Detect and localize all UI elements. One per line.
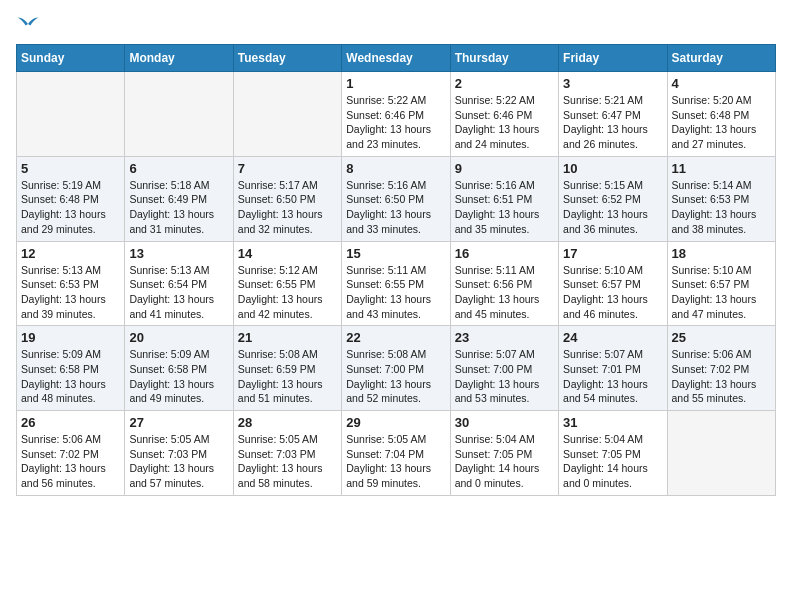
day-number: 4 — [672, 76, 771, 91]
day-number: 23 — [455, 330, 554, 345]
col-header-thursday: Thursday — [450, 45, 558, 72]
cell-info: Sunrise: 5:19 AM Sunset: 6:48 PM Dayligh… — [21, 178, 120, 237]
calendar-cell: 29Sunrise: 5:05 AM Sunset: 7:04 PM Dayli… — [342, 411, 450, 496]
day-number: 10 — [563, 161, 662, 176]
col-header-friday: Friday — [559, 45, 667, 72]
calendar-cell — [17, 72, 125, 157]
cell-info: Sunrise: 5:20 AM Sunset: 6:48 PM Dayligh… — [672, 93, 771, 152]
day-number: 30 — [455, 415, 554, 430]
day-number: 12 — [21, 246, 120, 261]
calendar-cell: 2Sunrise: 5:22 AM Sunset: 6:46 PM Daylig… — [450, 72, 558, 157]
cell-info: Sunrise: 5:04 AM Sunset: 7:05 PM Dayligh… — [455, 432, 554, 491]
day-number: 5 — [21, 161, 120, 176]
calendar-cell: 9Sunrise: 5:16 AM Sunset: 6:51 PM Daylig… — [450, 156, 558, 241]
calendar-cell: 12Sunrise: 5:13 AM Sunset: 6:53 PM Dayli… — [17, 241, 125, 326]
calendar-cell: 26Sunrise: 5:06 AM Sunset: 7:02 PM Dayli… — [17, 411, 125, 496]
day-number: 7 — [238, 161, 337, 176]
calendar-week-row: 26Sunrise: 5:06 AM Sunset: 7:02 PM Dayli… — [17, 411, 776, 496]
day-number: 8 — [346, 161, 445, 176]
day-number: 18 — [672, 246, 771, 261]
day-number: 2 — [455, 76, 554, 91]
col-header-tuesday: Tuesday — [233, 45, 341, 72]
col-header-wednesday: Wednesday — [342, 45, 450, 72]
calendar-cell: 15Sunrise: 5:11 AM Sunset: 6:55 PM Dayli… — [342, 241, 450, 326]
cell-info: Sunrise: 5:06 AM Sunset: 7:02 PM Dayligh… — [672, 347, 771, 406]
col-header-saturday: Saturday — [667, 45, 775, 72]
calendar-cell: 18Sunrise: 5:10 AM Sunset: 6:57 PM Dayli… — [667, 241, 775, 326]
day-number: 26 — [21, 415, 120, 430]
cell-info: Sunrise: 5:09 AM Sunset: 6:58 PM Dayligh… — [21, 347, 120, 406]
calendar-table: SundayMondayTuesdayWednesdayThursdayFrid… — [16, 44, 776, 496]
cell-info: Sunrise: 5:14 AM Sunset: 6:53 PM Dayligh… — [672, 178, 771, 237]
day-number: 11 — [672, 161, 771, 176]
calendar-cell: 5Sunrise: 5:19 AM Sunset: 6:48 PM Daylig… — [17, 156, 125, 241]
calendar-cell: 20Sunrise: 5:09 AM Sunset: 6:58 PM Dayli… — [125, 326, 233, 411]
calendar-cell: 8Sunrise: 5:16 AM Sunset: 6:50 PM Daylig… — [342, 156, 450, 241]
calendar-cell: 7Sunrise: 5:17 AM Sunset: 6:50 PM Daylig… — [233, 156, 341, 241]
calendar-cell: 31Sunrise: 5:04 AM Sunset: 7:05 PM Dayli… — [559, 411, 667, 496]
calendar-cell: 3Sunrise: 5:21 AM Sunset: 6:47 PM Daylig… — [559, 72, 667, 157]
day-number: 28 — [238, 415, 337, 430]
calendar-cell: 24Sunrise: 5:07 AM Sunset: 7:01 PM Dayli… — [559, 326, 667, 411]
calendar-week-row: 5Sunrise: 5:19 AM Sunset: 6:48 PM Daylig… — [17, 156, 776, 241]
calendar-cell — [125, 72, 233, 157]
cell-info: Sunrise: 5:04 AM Sunset: 7:05 PM Dayligh… — [563, 432, 662, 491]
logo — [16, 16, 44, 32]
calendar-week-row: 19Sunrise: 5:09 AM Sunset: 6:58 PM Dayli… — [17, 326, 776, 411]
day-number: 15 — [346, 246, 445, 261]
cell-info: Sunrise: 5:05 AM Sunset: 7:03 PM Dayligh… — [129, 432, 228, 491]
calendar-cell: 28Sunrise: 5:05 AM Sunset: 7:03 PM Dayli… — [233, 411, 341, 496]
cell-info: Sunrise: 5:10 AM Sunset: 6:57 PM Dayligh… — [563, 263, 662, 322]
day-number: 22 — [346, 330, 445, 345]
day-number: 1 — [346, 76, 445, 91]
calendar-cell: 13Sunrise: 5:13 AM Sunset: 6:54 PM Dayli… — [125, 241, 233, 326]
day-number: 24 — [563, 330, 662, 345]
calendar-cell: 6Sunrise: 5:18 AM Sunset: 6:49 PM Daylig… — [125, 156, 233, 241]
cell-info: Sunrise: 5:11 AM Sunset: 6:56 PM Dayligh… — [455, 263, 554, 322]
cell-info: Sunrise: 5:11 AM Sunset: 6:55 PM Dayligh… — [346, 263, 445, 322]
day-number: 21 — [238, 330, 337, 345]
calendar-cell: 25Sunrise: 5:06 AM Sunset: 7:02 PM Dayli… — [667, 326, 775, 411]
day-number: 31 — [563, 415, 662, 430]
calendar-cell: 16Sunrise: 5:11 AM Sunset: 6:56 PM Dayli… — [450, 241, 558, 326]
cell-info: Sunrise: 5:06 AM Sunset: 7:02 PM Dayligh… — [21, 432, 120, 491]
calendar-cell: 10Sunrise: 5:15 AM Sunset: 6:52 PM Dayli… — [559, 156, 667, 241]
cell-info: Sunrise: 5:13 AM Sunset: 6:54 PM Dayligh… — [129, 263, 228, 322]
day-number: 3 — [563, 76, 662, 91]
calendar-cell: 22Sunrise: 5:08 AM Sunset: 7:00 PM Dayli… — [342, 326, 450, 411]
day-number: 27 — [129, 415, 228, 430]
logo-bird-icon — [16, 16, 40, 32]
calendar-cell: 14Sunrise: 5:12 AM Sunset: 6:55 PM Dayli… — [233, 241, 341, 326]
cell-info: Sunrise: 5:18 AM Sunset: 6:49 PM Dayligh… — [129, 178, 228, 237]
calendar-cell — [233, 72, 341, 157]
cell-info: Sunrise: 5:17 AM Sunset: 6:50 PM Dayligh… — [238, 178, 337, 237]
cell-info: Sunrise: 5:08 AM Sunset: 6:59 PM Dayligh… — [238, 347, 337, 406]
cell-info: Sunrise: 5:16 AM Sunset: 6:50 PM Dayligh… — [346, 178, 445, 237]
day-number: 16 — [455, 246, 554, 261]
day-number: 25 — [672, 330, 771, 345]
cell-info: Sunrise: 5:15 AM Sunset: 6:52 PM Dayligh… — [563, 178, 662, 237]
col-header-monday: Monday — [125, 45, 233, 72]
calendar-cell: 23Sunrise: 5:07 AM Sunset: 7:00 PM Dayli… — [450, 326, 558, 411]
cell-info: Sunrise: 5:21 AM Sunset: 6:47 PM Dayligh… — [563, 93, 662, 152]
day-number: 17 — [563, 246, 662, 261]
day-number: 9 — [455, 161, 554, 176]
cell-info: Sunrise: 5:08 AM Sunset: 7:00 PM Dayligh… — [346, 347, 445, 406]
cell-info: Sunrise: 5:12 AM Sunset: 6:55 PM Dayligh… — [238, 263, 337, 322]
day-number: 20 — [129, 330, 228, 345]
calendar-cell: 30Sunrise: 5:04 AM Sunset: 7:05 PM Dayli… — [450, 411, 558, 496]
calendar-cell: 4Sunrise: 5:20 AM Sunset: 6:48 PM Daylig… — [667, 72, 775, 157]
cell-info: Sunrise: 5:22 AM Sunset: 6:46 PM Dayligh… — [346, 93, 445, 152]
cell-info: Sunrise: 5:07 AM Sunset: 7:01 PM Dayligh… — [563, 347, 662, 406]
calendar-cell: 1Sunrise: 5:22 AM Sunset: 6:46 PM Daylig… — [342, 72, 450, 157]
cell-info: Sunrise: 5:16 AM Sunset: 6:51 PM Dayligh… — [455, 178, 554, 237]
cell-info: Sunrise: 5:05 AM Sunset: 7:03 PM Dayligh… — [238, 432, 337, 491]
day-number: 29 — [346, 415, 445, 430]
cell-info: Sunrise: 5:22 AM Sunset: 6:46 PM Dayligh… — [455, 93, 554, 152]
calendar-header-row: SundayMondayTuesdayWednesdayThursdayFrid… — [17, 45, 776, 72]
calendar-cell: 21Sunrise: 5:08 AM Sunset: 6:59 PM Dayli… — [233, 326, 341, 411]
calendar-week-row: 12Sunrise: 5:13 AM Sunset: 6:53 PM Dayli… — [17, 241, 776, 326]
calendar-cell: 27Sunrise: 5:05 AM Sunset: 7:03 PM Dayli… — [125, 411, 233, 496]
cell-info: Sunrise: 5:13 AM Sunset: 6:53 PM Dayligh… — [21, 263, 120, 322]
calendar-cell — [667, 411, 775, 496]
